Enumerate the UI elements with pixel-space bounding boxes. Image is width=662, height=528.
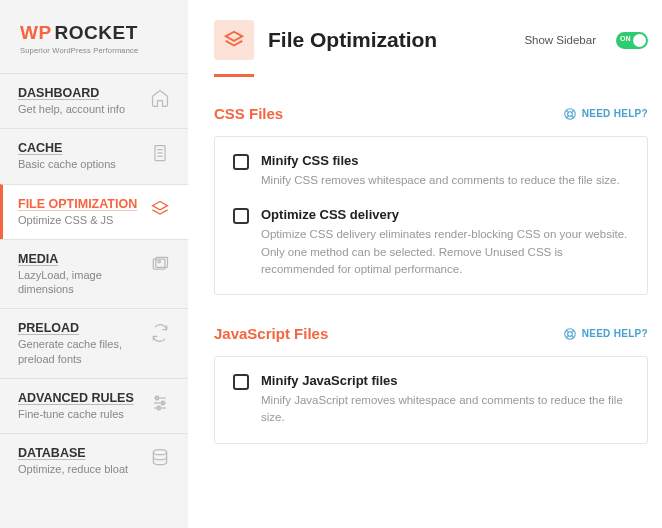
need-help-link[interactable]: NEED HELP?	[563, 107, 648, 121]
sliders-icon	[150, 393, 170, 413]
optimize-css-checkbox[interactable]	[233, 208, 249, 224]
layers-icon	[150, 199, 170, 219]
sync-icon	[150, 323, 170, 343]
svg-marker-15	[226, 32, 243, 41]
option-desc: Minify CSS removes whitespace and commen…	[261, 172, 629, 189]
minify-js-checkbox[interactable]	[233, 374, 249, 390]
sidebar-item-file-optimization[interactable]: FILE OPTIMIZATION Optimize CSS & JS	[0, 184, 188, 239]
option-minify-css: Minify CSS files Minify CSS removes whit…	[233, 153, 629, 189]
header-rule	[214, 74, 254, 77]
sidebar-item-preload[interactable]: PRELOAD Generate cache files, preload fo…	[0, 308, 188, 378]
section-head-css: CSS Files NEED HELP?	[214, 105, 648, 122]
option-desc: Minify JavaScript removes whitespace and…	[261, 392, 629, 427]
svg-point-17	[567, 111, 572, 116]
file-icon	[150, 143, 170, 163]
help-label: NEED HELP?	[582, 108, 648, 119]
help-label: NEED HELP?	[582, 328, 648, 339]
nav-title: MEDIA	[18, 252, 150, 266]
nav-title: FILE OPTIMIZATION	[18, 197, 150, 211]
home-icon	[150, 88, 170, 108]
nav-title: PRELOAD	[18, 321, 150, 335]
logo-rocket: ROCKET	[55, 22, 138, 43]
nav-sub: Optimize CSS & JS	[18, 213, 150, 227]
page-header: File Optimization Show Sidebar ON	[214, 20, 648, 60]
nav-sub: Fine-tune cache rules	[18, 407, 150, 421]
sidebar: WPROCKET Superior WordPress Performance …	[0, 0, 188, 528]
option-title: Minify JavaScript files	[261, 373, 629, 388]
svg-point-14	[153, 450, 166, 455]
nav-sub: Get help, account info	[18, 102, 150, 116]
option-title: Optimize CSS delivery	[261, 207, 629, 222]
section-title: CSS Files	[214, 105, 283, 122]
option-title: Minify CSS files	[261, 153, 629, 168]
images-icon	[150, 254, 170, 274]
logo-tagline: Superior WordPress Performance	[20, 46, 168, 55]
nav-sub: Optimize, reduce bloat	[18, 462, 150, 476]
show-sidebar-toggle[interactable]: ON	[616, 32, 648, 49]
main-content: File Optimization Show Sidebar ON CSS Fi…	[188, 0, 662, 528]
nav-title: DASHBOARD	[18, 86, 150, 100]
sidebar-item-media[interactable]: MEDIA LazyLoad, image dimensions	[0, 239, 188, 309]
svg-point-23	[567, 331, 572, 336]
section-title: JavaScript Files	[214, 325, 328, 342]
page-title: File Optimization	[268, 28, 510, 52]
svg-marker-4	[153, 201, 168, 209]
option-optimize-css-delivery: Optimize CSS delivery Optimize CSS deliv…	[233, 207, 629, 278]
option-minify-js: Minify JavaScript files Minify JavaScrip…	[233, 373, 629, 427]
sidebar-item-database[interactable]: DATABASE Optimize, reduce bloat	[0, 433, 188, 488]
nav-title: DATABASE	[18, 446, 150, 460]
section-head-js: JavaScript Files NEED HELP?	[214, 325, 648, 342]
svg-point-7	[158, 260, 161, 263]
show-sidebar-label: Show Sidebar	[524, 34, 596, 46]
lifebuoy-icon	[563, 327, 577, 341]
option-desc: Optimize CSS delivery eliminates render-…	[261, 226, 629, 278]
css-options-box: Minify CSS files Minify CSS removes whit…	[214, 136, 648, 295]
sidebar-item-cache[interactable]: CACHE Basic cache options	[0, 128, 188, 183]
sidebar-item-dashboard[interactable]: DASHBOARD Get help, account info	[0, 73, 188, 128]
nav-sub: Generate cache files, preload fonts	[18, 337, 150, 366]
database-icon	[150, 448, 170, 468]
layers-icon	[214, 20, 254, 60]
sidebar-item-advanced-rules[interactable]: ADVANCED RULES Fine-tune cache rules	[0, 378, 188, 433]
nav-title: ADVANCED RULES	[18, 391, 150, 405]
nav-title: CACHE	[18, 141, 150, 155]
js-options-box: Minify JavaScript files Minify JavaScrip…	[214, 356, 648, 444]
nav-sub: Basic cache options	[18, 157, 150, 171]
logo: WPROCKET Superior WordPress Performance	[0, 0, 188, 73]
minify-css-checkbox[interactable]	[233, 154, 249, 170]
logo-wp: WP	[20, 22, 52, 43]
toggle-on-label: ON	[620, 35, 631, 42]
nav-sub: LazyLoad, image dimensions	[18, 268, 150, 297]
need-help-link[interactable]: NEED HELP?	[563, 327, 648, 341]
lifebuoy-icon	[563, 107, 577, 121]
